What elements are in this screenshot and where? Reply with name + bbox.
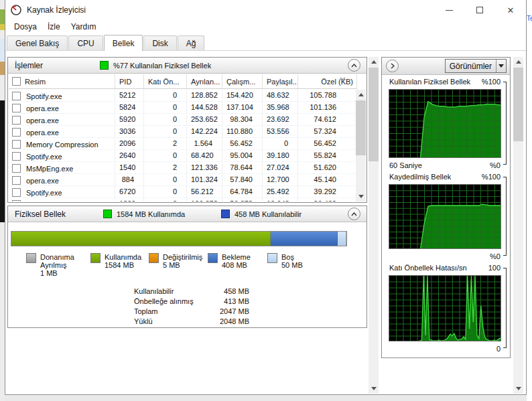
column-header-5[interactable]: Paylaşıl... [263,74,298,88]
scrollbar-thumb[interactable] [369,68,379,161]
process-row-1[interactable]: opera.exe58240144.528137.10435.968101.13… [9,102,357,114]
maximize-icon [476,7,483,13]
column-header-3[interactable]: Ayrılan... [187,74,222,88]
tab-4[interactable]: Ağ [178,35,205,50]
scroll-down-arrow-icon[interactable] [513,384,523,394]
graphs-pane: Görünümler Kullanılan Fiziksel Bellek %1… [381,57,511,358]
stat-label: Önbelleğe alınmış [134,297,210,307]
process-value-cell: 154.420 [222,90,263,101]
process-value-cell: 74.612 [298,114,357,125]
menu-item-1[interactable]: İzle [42,20,66,33]
menu-item-0[interactable]: Dosya [9,20,42,33]
legend-label: Bekleme [222,253,251,261]
dropdown-arrow-icon [496,60,506,72]
processes-panel: İşlemler %77 Kullanılan Fiziksel Bellek … [7,57,367,203]
legend-item-1: Kullanımda1584 MB [90,253,155,269]
column-header-4[interactable]: Çalışm... [222,74,263,88]
process-checkbox[interactable] [12,188,21,197]
maximize-button[interactable] [464,0,495,20]
process-checkbox[interactable] [12,128,21,137]
graph-title: Katı Önbellek Hatası/sn [389,264,467,272]
main-vertical-scrollbar[interactable] [369,57,379,394]
green-legend-icon [100,61,109,70]
column-header-6[interactable]: Özel (KB) [298,74,357,88]
legend-item-2: Değiştirilmiş5 MB [149,253,213,269]
desktop-icon-fragment [0,62,5,75]
process-checkbox[interactable] [12,164,21,173]
column-header-1[interactable]: PID [115,74,144,88]
column-header-0[interactable]: Resim [9,74,115,88]
process-checkbox[interactable] [12,200,21,202]
process-row-5[interactable]: Spotify.exe2640068.42095.00439.18055.824 [9,150,357,162]
graphs-pane-scrollbar[interactable] [513,57,523,394]
process-name-cell: opera.exe [9,102,115,113]
hard-faults-graph [389,275,501,341]
close-button[interactable]: ✕ [495,0,526,20]
process-checkbox[interactable] [12,140,21,149]
process-value-cell: 101.324 [187,174,222,185]
graph-ymin-label: %0 [490,161,501,169]
desktop-window-fragment [0,100,5,222]
graph-committed-memory: Kaydedilmiş Bellek %100 %0 [382,173,510,263]
process-row-7[interactable]: opera.exe8840101.32457.84012.70045.140 [9,174,357,186]
graph-ymax-label: 100 [488,264,501,272]
process-value-cell: 10.648 [263,198,298,202]
process-value-cell: 110.880 [222,126,263,137]
menu-item-2[interactable]: Yardım [66,20,102,33]
process-value-cell: 39.292 [298,186,357,197]
memory-bar-segment-bos [338,232,346,246]
scroll-up-arrow-icon[interactable] [356,90,366,100]
process-row-3[interactable]: opera.exe30360142.224110.88053.55657.324 [9,126,357,138]
resource-monitor-window: Kaynak İzleyicisi ✕ DosyaİzleYardım Gene… [5,0,527,395]
views-dropdown-button[interactable]: Görünümler [445,59,507,73]
process-table-scrollbar[interactable] [356,90,366,202]
process-table-header: ResimPIDKatı Ön...Ayrılan...Çalışm...Pay… [9,74,357,89]
process-value-cell: 0 [144,186,187,197]
tab-2[interactable]: Bellek [104,35,143,51]
graph-hard-faults: Katı Önbellek Hatası/sn 100 0 [382,264,510,354]
process-row-4[interactable]: Memory Compression209621.56456.452056.45… [9,138,357,150]
scroll-down-arrow-icon[interactable] [369,384,379,394]
scrollbar-thumb[interactable] [513,68,523,141]
process-checkbox[interactable] [12,116,21,125]
physical-memory-graph [389,89,501,158]
tab-1[interactable]: CPU [68,35,103,50]
scroll-up-arrow-icon[interactable] [369,57,379,67]
process-checkbox[interactable] [12,104,21,112]
process-name: opera.exe [26,177,59,185]
process-row-2[interactable]: opera.exe59200253.65298.30423.69274.612 [9,114,357,126]
process-row-9[interactable]: opera.exe18800136.87256.87210.64836.432 [9,198,357,202]
expand-pane-button[interactable] [386,60,399,72]
scrollbar-thumb[interactable] [356,100,366,155]
process-value-cell: 35.968 [263,102,298,113]
minimize-button[interactable] [434,0,464,20]
desktop-edge-text: Te [527,15,532,22]
chevron-right-icon [391,63,395,69]
process-checkbox[interactable] [12,152,21,161]
tab-0[interactable]: Genel Bakış [7,35,68,50]
legend-value: 408 MB [222,261,251,269]
tab-3[interactable]: Disk [143,35,176,50]
select-all-checkbox[interactable] [12,77,21,86]
process-name-cell: Spotify.exe [9,90,115,101]
process-row-0[interactable]: Spotify.exe52120128.852154.42048.632105.… [9,90,357,102]
memory-usage-status: %77 Kullanılan Fiziksel Bellek [100,61,211,70]
process-value-cell: 2 [144,138,187,149]
scroll-down-arrow-icon[interactable] [356,191,366,202]
chevron-up-icon [351,64,357,68]
process-value-cell: 2096 [115,138,144,149]
process-value-cell: 0 [144,90,187,101]
physical-memory-panel-title: Fiziksel Bellek [15,210,66,219]
process-checkbox[interactable] [12,176,21,185]
process-row-8[interactable]: Spotify.exe6720056.21264.78425.49239.292 [9,186,357,198]
title-bar[interactable]: Kaynak İzleyicisi ✕ [5,0,526,20]
process-row-6[interactable]: MsMpEng.exe15402121.33678.64427.02451.62… [9,162,357,174]
stat-label: Yüklü [134,317,210,327]
column-header-2[interactable]: Katı Ön... [144,74,187,88]
desktop-edge-bottom [5,395,527,401]
collapse-memory-button[interactable] [348,208,360,220]
scroll-up-arrow-icon[interactable] [513,57,523,67]
process-checkbox[interactable] [12,92,21,100]
blue-legend-icon [221,210,230,218]
collapse-processes-button[interactable] [348,59,360,72]
